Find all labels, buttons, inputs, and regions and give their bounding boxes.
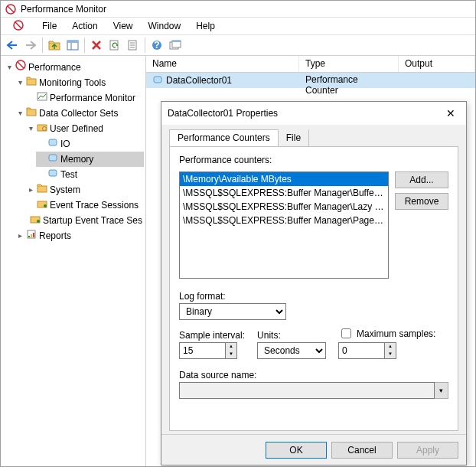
svg-rect-35	[31, 234, 32, 237]
tree-monitoring-tools[interactable]: ▾Monitoring Tools	[15, 75, 144, 90]
svg-rect-22	[27, 109, 36, 116]
sample-input[interactable]	[179, 342, 225, 359]
window-title: Performance Monitor	[21, 4, 106, 15]
tab-performance-counters[interactable]: Performance Counters	[169, 129, 279, 146]
tree-user-defined[interactable]: ▾User Defined	[25, 121, 144, 136]
svg-rect-26	[49, 155, 57, 161]
tree-reports[interactable]: ▸Reports	[15, 228, 144, 243]
remove-button[interactable]: Remove	[395, 193, 448, 210]
refresh-icon[interactable]	[106, 37, 123, 54]
label-logformat: Log format:	[179, 291, 448, 302]
cancel-button[interactable]: Cancel	[331, 442, 393, 459]
svg-rect-28	[37, 186, 47, 192]
app-icon	[5, 4, 16, 15]
forward-button[interactable]	[22, 37, 39, 54]
col-name[interactable]: Name	[146, 56, 299, 72]
svg-point-32	[37, 220, 40, 223]
folder-icon	[37, 183, 47, 197]
svg-line-1	[8, 6, 14, 12]
svg-rect-36	[33, 233, 34, 237]
menu-help[interactable]: Help	[188, 19, 223, 33]
max-samples-checkbox[interactable]	[341, 328, 351, 338]
collector-icon	[152, 75, 163, 87]
properties-dialog: DataCollector01 Properties ✕ Performance…	[161, 101, 467, 465]
counter-item[interactable]: \MSSQL$SQLEXPRESS:Buffer Manager\Page li…	[180, 214, 388, 227]
back-button[interactable]	[4, 37, 21, 54]
svg-line-19	[18, 62, 24, 68]
user-folder-icon	[37, 122, 47, 136]
collector-icon	[47, 168, 58, 181]
col-type[interactable]: Type	[299, 56, 399, 72]
collector-icon	[47, 152, 58, 166]
counter-item[interactable]: \Memory\Available MBytes	[180, 172, 388, 186]
dialog-title: DataCollector01 Properties	[168, 108, 278, 119]
tree-io[interactable]: IO	[36, 136, 144, 152]
svg-point-24	[43, 127, 47, 131]
col-output[interactable]: Output	[399, 56, 475, 72]
folder-up-icon[interactable]	[46, 37, 63, 54]
close-icon[interactable]: ✕	[442, 107, 460, 119]
show-hide-tree-icon[interactable]	[64, 37, 81, 54]
svg-line-3	[15, 22, 21, 28]
tree-perfmon[interactable]: Performance Monitor	[25, 90, 144, 106]
delete-icon[interactable]	[88, 37, 105, 54]
folder-icon	[26, 76, 37, 90]
menu-file[interactable]: File	[34, 19, 64, 33]
label-sample: Sample interval:	[179, 330, 245, 341]
tree-system[interactable]: ▸System	[25, 182, 144, 198]
label-counters: Performance counters:	[179, 155, 448, 165]
properties-icon[interactable]	[125, 37, 142, 54]
tree-sets[interactable]: Startup Event Trace Ses	[25, 213, 144, 228]
tree-pane: ▾Performance ▾Monitoring Tools Performan…	[1, 56, 146, 466]
units-select[interactable]: Seconds	[257, 342, 326, 359]
titlebar: Performance Monitor	[1, 1, 475, 18]
toolbar: ?	[1, 34, 475, 56]
svg-rect-27	[49, 170, 57, 176]
svg-rect-34	[28, 236, 30, 237]
chart-icon	[37, 91, 47, 105]
counters-list[interactable]: \Memory\Available MBytes \MSSQL$SQLEXPRE…	[179, 171, 389, 279]
max-input[interactable]	[338, 342, 384, 359]
tree-dcs[interactable]: ▾Data Collector Sets	[15, 106, 144, 121]
svg-rect-20	[27, 79, 36, 85]
collector-icon	[47, 137, 58, 151]
svg-text:?: ?	[154, 40, 159, 51]
tree-root[interactable]: ▾Performance	[4, 59, 144, 75]
reports-icon	[26, 229, 37, 243]
label-dsn: Data source name:	[179, 370, 448, 380]
list-header: Name Type Output	[146, 56, 475, 73]
svg-point-30	[44, 204, 47, 207]
tree-ets[interactable]: Event Trace Sessions	[25, 198, 144, 213]
counter-item[interactable]: \MSSQL$SQLEXPRESS:Buffer Manager\Buffer …	[180, 186, 388, 200]
ok-button[interactable]: OK	[266, 442, 327, 459]
svg-rect-17	[172, 41, 181, 42]
svg-rect-25	[49, 139, 57, 145]
perf-icon	[15, 60, 26, 74]
new-window-icon[interactable]	[167, 37, 184, 54]
sample-spinner[interactable]: ▲▼	[225, 342, 237, 359]
logformat-select[interactable]: Binary	[179, 303, 286, 320]
svg-rect-7	[67, 41, 78, 43]
list-row[interactable]: DataCollector01 Performance Counter	[146, 73, 475, 88]
tree-memory[interactable]: Memory	[36, 152, 144, 167]
menu-action[interactable]: Action	[64, 19, 105, 33]
dsn-dropdown-icon[interactable]: ▾	[435, 382, 448, 399]
tree-test[interactable]: Test	[36, 167, 144, 182]
counter-item[interactable]: \MSSQL$SQLEXPRESS:Buffer Manager\Lazy wr…	[180, 200, 388, 214]
tab-file[interactable]: File	[278, 129, 309, 146]
dialog-titlebar: DataCollector01 Properties ✕	[161, 102, 466, 125]
label-max: Maximum samples:	[357, 328, 435, 339]
trace-icon	[37, 198, 47, 212]
trace-icon	[30, 214, 41, 227]
label-units: Units:	[257, 330, 326, 341]
apply-button[interactable]: Apply	[397, 442, 458, 459]
folder-icon	[26, 106, 37, 120]
dsn-input[interactable]	[179, 382, 435, 399]
svg-rect-37	[154, 77, 161, 83]
menu-window[interactable]: Window	[141, 19, 189, 33]
menu-view[interactable]: View	[106, 19, 141, 33]
app-icon	[5, 18, 31, 34]
max-spinner[interactable]: ▲▼	[384, 342, 396, 359]
add-button[interactable]: Add...	[395, 171, 448, 188]
help-icon[interactable]: ?	[148, 37, 165, 54]
